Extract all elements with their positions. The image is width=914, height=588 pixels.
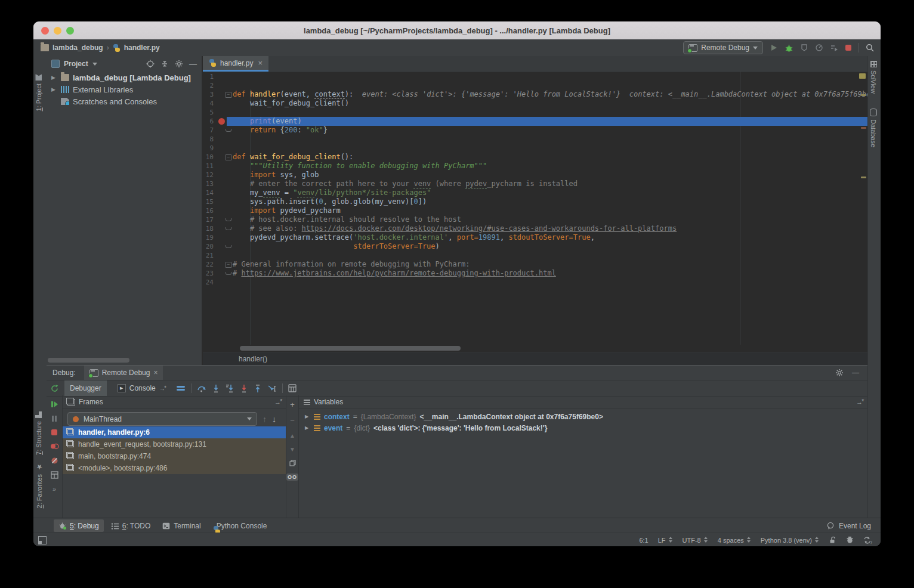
code-line-18[interactable]: 18 # see also: https://docs.docker.com/d… (203, 224, 867, 233)
stripe-tab-7-structure[interactable]: 7: Structure (35, 411, 42, 455)
more-actions-button[interactable]: » (53, 485, 56, 493)
collapse-all-button[interactable] (160, 60, 169, 68)
status-4-spaces[interactable]: 4 spaces (718, 537, 751, 544)
code-line-14[interactable]: 14 my_venv = "venv/lib/python*/site-pack… (203, 188, 867, 197)
line-number[interactable]: 4 (203, 99, 214, 108)
line-number[interactable]: 17 (203, 215, 214, 224)
move-up-button[interactable]: ▲ (289, 432, 295, 439)
stripe-tab-2-favorites[interactable]: 2: Favorites★ (35, 463, 44, 508)
pin-icon[interactable]: →⃰ (856, 398, 863, 406)
code-line-21[interactable]: 21 (203, 251, 867, 260)
fold-marker-icon[interactable] (226, 245, 231, 248)
run-button[interactable] (770, 44, 778, 52)
variable-row[interactable]: ▶event={dict}<class 'dict'>: {'message':… (299, 422, 867, 434)
fold-marker-icon[interactable] (226, 129, 231, 132)
layout-settings-icon[interactable] (176, 385, 186, 392)
event-log-button[interactable]: Event Log (826, 522, 881, 530)
toolwindow-toggle-icon[interactable] (38, 536, 47, 544)
fold-marker-icon[interactable]: − (226, 92, 231, 98)
debug-button[interactable] (785, 44, 793, 52)
hector-inspector-icon[interactable] (846, 536, 854, 544)
evaluate-expression-icon[interactable] (288, 384, 297, 392)
line-number[interactable]: 8 (203, 135, 214, 144)
fold-marker-icon[interactable] (226, 272, 231, 275)
line-number[interactable]: 3 (203, 90, 214, 99)
move-down-button[interactable]: ▼ (289, 446, 295, 453)
mute-breakpoints-button[interactable] (51, 457, 58, 465)
breadcrumb-project[interactable]: lambda_debug (53, 44, 103, 52)
expand-arrow-icon[interactable]: ▶ (51, 86, 57, 92)
stripe-tab-1-project[interactable]: 1: Project (35, 74, 42, 111)
project-hscrollbar[interactable] (48, 358, 129, 363)
duplicate-watch-button[interactable] (289, 460, 296, 466)
line-number[interactable]: 7 (203, 126, 214, 135)
stop-button[interactable] (845, 44, 852, 51)
pin-icon[interactable]: →⃰ (159, 385, 165, 392)
line-number[interactable]: 13 (203, 180, 214, 188)
line-number[interactable]: 5 (203, 108, 214, 117)
resume-program-button[interactable] (50, 400, 58, 408)
toolwin-terminal[interactable]: Terminal (158, 519, 205, 532)
editor-breadcrumb[interactable]: handler() (203, 352, 867, 366)
rerun-button[interactable] (50, 384, 59, 393)
settings-gear-icon[interactable] (175, 60, 183, 68)
pin-icon[interactable]: →⃰ (274, 398, 281, 406)
profiler-button[interactable] (815, 44, 823, 52)
frame-row[interactable]: <module>, bootstrap.py:486 (63, 462, 286, 474)
show-watches-toggle[interactable]: OO (286, 474, 298, 481)
editor-tab-handler[interactable]: handler.py × (203, 56, 268, 72)
line-number[interactable]: 11 (203, 162, 214, 171)
scrollbar-caret-mark[interactable] (861, 117, 866, 125)
frame-row[interactable]: handler, handler.py:6 (63, 426, 286, 438)
code-line-20[interactable]: 20 stderrToServer=True) (203, 242, 867, 251)
code-line-3[interactable]: 3−def handler(event, context): event: <c… (203, 90, 867, 99)
hide-panel-button[interactable]: — (189, 60, 197, 69)
force-step-into-button[interactable] (226, 384, 234, 393)
tab-debugger[interactable]: Debugger (64, 380, 107, 396)
run-to-cursor-button[interactable] (267, 384, 277, 393)
tree-item[interactable]: ▶lambda_debug [Lambda Debug] (47, 72, 202, 83)
code-line-17[interactable]: 17 # host.docker.internal should resolve… (203, 215, 867, 224)
expand-arrow-icon[interactable]: ▶ (305, 414, 310, 419)
code-line-16[interactable]: 16 import pydevd_pycharm (203, 206, 867, 215)
code-editor[interactable]: 123−def handler(event, context): event: … (203, 72, 867, 345)
tree-item[interactable]: ▶External Libraries (47, 83, 202, 95)
code-line-15[interactable]: 15 sys.path.insert(0, glob.glob(my_venv)… (203, 197, 867, 206)
code-line-6[interactable]: 6 print(event) (203, 117, 867, 126)
tab-console[interactable]: ▶ Console →⃰ (112, 380, 171, 396)
code-line-8[interactable]: 8 (203, 135, 867, 144)
code-line-10[interactable]: 10−def wait_for_debug_client(): (203, 153, 867, 162)
step-into-my-code-button[interactable] (240, 384, 248, 393)
next-frame-button[interactable]: ↓ (272, 414, 276, 424)
code-line-7[interactable]: 7 return {200: "ok"} (203, 126, 867, 135)
scrollbar-mark[interactable] (861, 127, 866, 129)
line-number[interactable]: 10 (203, 153, 214, 162)
reload-question-icon[interactable]: ? (863, 536, 872, 544)
line-number[interactable]: 20 (203, 242, 214, 251)
status-python-3-8-venv-[interactable]: Python 3.8 (venv) (761, 537, 819, 544)
expand-arrow-icon[interactable]: ▶ (305, 425, 310, 431)
breadcrumb-file[interactable]: handler.py (124, 44, 160, 52)
code-line-9[interactable]: 9 (203, 144, 867, 153)
locate-file-button[interactable] (146, 60, 155, 68)
line-number[interactable]: 14 (203, 188, 214, 197)
code-line-12[interactable]: 12 import sys, glob (203, 171, 867, 180)
search-everywhere-icon[interactable] (866, 44, 875, 52)
code-line-19[interactable]: 19 pydevd_pycharm.settrace('host.docker.… (203, 233, 867, 242)
code-line-5[interactable]: 5 (203, 108, 867, 117)
close-session-icon[interactable]: × (153, 369, 158, 377)
stripe-tab-sciview[interactable]: SciView (870, 61, 877, 94)
view-breakpoints-button[interactable] (50, 442, 59, 450)
debug-session-tab[interactable]: Remote Debug × (84, 366, 163, 380)
fold-marker-icon[interactable] (226, 218, 231, 221)
debug-settings-gear-icon[interactable] (835, 369, 844, 377)
stop-session-button[interactable] (51, 429, 58, 436)
add-watch-button[interactable]: + (290, 400, 295, 409)
run-configuration-select[interactable]: Remote Debug (683, 41, 763, 54)
line-number[interactable]: 24 (203, 278, 214, 287)
line-number[interactable]: 23 (203, 269, 214, 278)
line-number[interactable]: 2 (203, 81, 214, 90)
line-number[interactable]: 16 (203, 206, 214, 215)
code-line-1[interactable]: 1 (203, 72, 867, 81)
status-lf[interactable]: LF (658, 537, 673, 544)
